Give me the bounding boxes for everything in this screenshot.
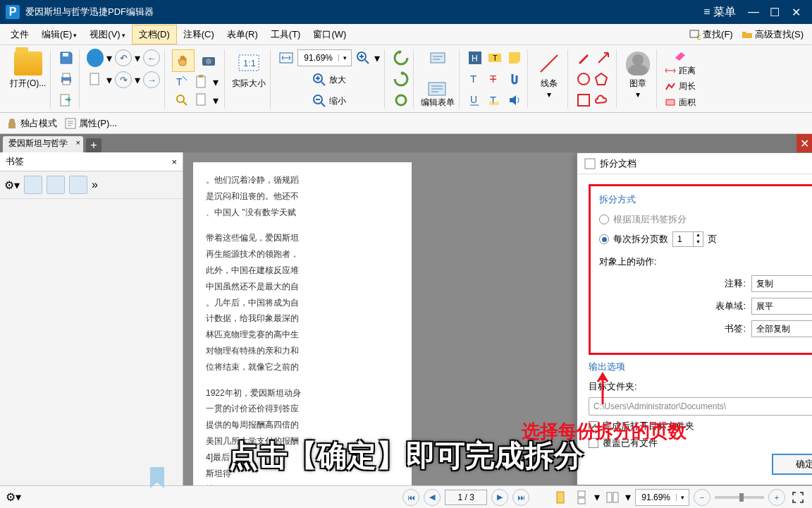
eraser-button[interactable] [673,49,687,61]
radio-by-pages[interactable]: 每次拆分页数 1 ▲▼ 页 [599,231,812,247]
page-icon[interactable] [87,71,104,88]
tab-close-icon[interactable]: × [76,138,80,147]
hand-tool[interactable] [172,49,195,72]
menu-form[interactable]: 表单(R) [221,25,264,44]
undo-button[interactable]: ↶ [115,49,132,66]
sound-icon[interactable] [506,92,523,109]
expand-icon[interactable]: » [92,179,98,191]
pages-input[interactable]: 1 ▲▼ [672,231,703,247]
bottom-zoom-combo[interactable]: 91.69%▾ [635,489,689,506]
zoom-slider[interactable] [715,496,764,499]
pencil-icon[interactable] [575,49,592,66]
circle-shape-icon[interactable] [577,73,590,85]
rect-shape-icon[interactable] [577,94,590,107]
back-button[interactable]: ← [143,49,160,66]
fullscreen-icon[interactable] [789,489,806,506]
menu-document[interactable]: 文档(D) [132,25,177,44]
attach-icon[interactable] [506,71,523,87]
layout-single-icon[interactable] [552,489,569,506]
zoom-out-btn[interactable]: − [694,489,710,506]
rotate-icon[interactable] [392,92,409,109]
page-tool-icon[interactable] [193,92,210,109]
area-button[interactable]: 面积 [664,97,696,109]
zoom-combo[interactable]: 91.69%▾ [297,49,352,66]
menu-window[interactable]: 窗口(W) [307,25,352,44]
heading-icon[interactable]: H [467,49,484,66]
zoom-in-button[interactable]: 放大 [312,72,346,87]
close-panel-button[interactable]: ✕ [796,134,812,152]
redo-button[interactable]: ↷ [115,71,132,88]
annot-combo[interactable]: 复制 [751,275,812,292]
cloud-icon[interactable] [87,49,104,66]
sidebar-close-icon[interactable]: × [171,157,177,167]
page-number-input[interactable]: 1 / 3 [445,490,487,505]
last-page-button[interactable]: ⏭ [512,489,529,506]
new-tab-button[interactable]: + [86,138,102,152]
stamp-button[interactable]: 图章▾ [624,49,652,99]
zoom-in-btn[interactable]: + [768,489,785,506]
prev-page-button[interactable]: ◀ [424,489,441,506]
formfield-combo[interactable]: 展平 [751,298,812,315]
first-page-button[interactable]: ⏮ [402,489,419,506]
text-select-icon[interactable]: T [173,73,190,90]
cloud-shape-icon[interactable] [593,92,610,109]
gear-icon[interactable]: ⚙▾ [6,490,21,504]
menu-file[interactable]: 文件 [4,25,35,44]
menu-view[interactable]: 视图(V)▾ [83,25,131,44]
rotate-left-icon[interactable] [392,49,409,66]
arrow-shape-icon[interactable] [595,49,612,66]
menu-edit[interactable]: 编辑(E)▾ [35,25,83,44]
maximize-button[interactable]: ☐ [764,4,785,20]
perimeter-button[interactable]: 周长 [664,80,696,92]
menu-comment[interactable]: 注释(C) [177,25,221,44]
form-text-icon[interactable] [429,49,446,66]
zoom-plus-icon[interactable] [355,49,371,66]
advanced-find-button[interactable]: 高级查找(S) [742,28,804,41]
fit-width-icon[interactable] [278,49,295,66]
text-edit-icon[interactable]: T [467,71,484,87]
bookmark-value: 全部复制 [756,323,790,335]
print-icon[interactable] [58,71,75,87]
next-page-button[interactable]: ▶ [491,489,508,506]
underline-icon[interactable]: U [467,92,484,109]
close-button[interactable]: ✕ [785,4,806,20]
exclusive-mode-button[interactable]: 独占模式 [6,117,57,130]
export-icon[interactable] [58,92,75,109]
strike-icon[interactable]: T [486,71,503,87]
properties-button[interactable]: 属性(P)... [64,117,117,130]
menu-tool[interactable]: 工具(T) [264,25,307,44]
text-box-icon[interactable]: T [486,49,503,66]
clipboard-icon[interactable] [193,73,210,90]
bookmark-tool-2[interactable] [47,176,65,194]
lines-button[interactable]: 线条▾ [535,49,563,99]
document-tab[interactable]: 爱因斯坦与哲学 × [3,136,83,152]
edit-form-button[interactable]: 编辑表单 [421,81,455,109]
save-icon[interactable] [58,49,75,66]
actual-size-label: 实际大小 [232,78,266,90]
bookmark-tool-1[interactable] [24,176,42,194]
spin-down[interactable]: ▼ [693,239,703,246]
highlight-icon[interactable]: T [486,92,503,109]
spin-up[interactable]: ▲ [693,232,703,239]
menu-button[interactable]: ≡ 菜单 [703,5,736,20]
actual-size-button[interactable]: 1:1 实际大小 [232,49,266,90]
layout-cont-icon[interactable] [573,489,590,506]
radio-by-bookmark[interactable]: 根据顶层书签拆分 [599,213,812,226]
bookmark-tool-3[interactable] [69,176,87,194]
rotate-right-icon[interactable] [392,71,409,87]
camera-icon[interactable] [197,49,220,72]
bookmark-combo[interactable]: 全部复制 [751,320,812,337]
find-button[interactable]: 查找(F) [689,28,733,41]
l1: 是沉闷和沮丧的。他还不 [206,188,399,205]
polygon-icon[interactable] [593,71,610,87]
find-tool-icon[interactable] [173,92,190,109]
minimize-button[interactable]: — [743,4,764,20]
distance-button[interactable]: 距离 [664,65,696,77]
zoom-out-button[interactable]: 缩小 [312,93,346,109]
sidebar-gear-icon[interactable]: ⚙▾ [4,179,20,192]
note-icon[interactable] [506,49,523,66]
layout-facing-icon[interactable] [604,489,621,506]
open-button[interactable]: 打开(O)... [10,49,46,90]
dest-path-input[interactable]: C:\Users\Administrator\Documents\ [589,397,812,416]
forward-button[interactable]: → [143,71,160,88]
